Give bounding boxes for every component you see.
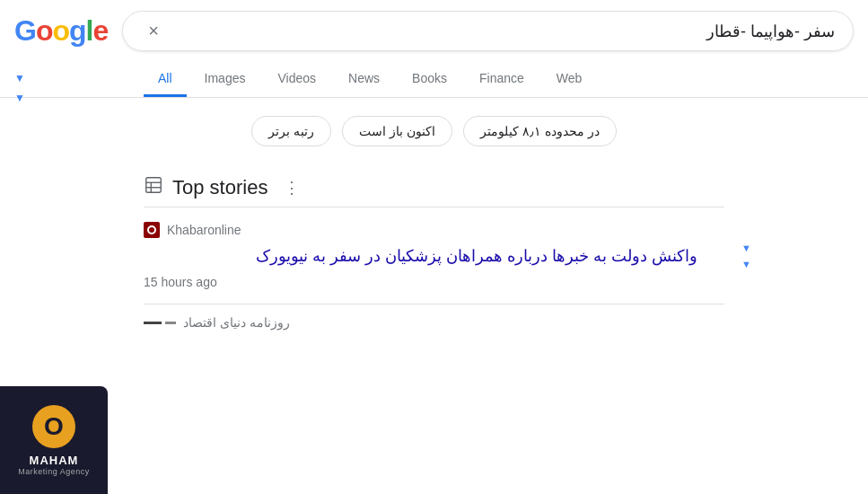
side-arrows: ▼ ▼ [14,72,25,104]
chip-distance[interactable]: در محدوده ۸٫۱ کیلومتر [463,116,617,146]
nav-tabs: All Images Videos News Books Finance Web [0,62,868,98]
story-item-2: روزنامه دنیای اقتصاد ‏ [144,304,724,356]
svg-rect-0 [146,178,162,193]
expand-arrow-2[interactable]: ▼ [741,259,751,269]
google-logo: Google [14,14,108,48]
section-header: Top stories ⋮ [144,161,724,207]
roznameh-logo [144,322,176,324]
watermark-brand: MAHAM [30,454,79,467]
tab-all[interactable]: All [144,62,187,97]
source-name-1: Khabaronline [167,223,241,237]
story-source-2: روزنامه دنیای اقتصاد [144,315,724,330]
search-bar: × [122,11,854,51]
tab-books[interactable]: Books [398,62,461,97]
source-name-2: روزنامه دنیای اقتصاد [183,315,290,330]
tab-images[interactable]: Images [190,62,260,97]
newspaper-icon [144,175,163,199]
side-arrow-1[interactable]: ▼ [14,72,25,84]
tab-finance[interactable]: Finance [465,62,539,97]
watermark-sub: Marketing Agency [18,467,90,476]
story-time-1: 15 hours ago [144,275,724,289]
watermark: O MAHAM Marketing Agency [0,386,108,494]
watermark-icon: O [44,412,64,441]
tab-videos[interactable]: Videos [263,62,330,97]
story-expand-arrows: ▼ ▼ [741,243,751,269]
khabaronline-icon [144,222,160,238]
chip-open-now[interactable]: اکنون باز است [342,116,452,146]
section-menu-icon[interactable]: ⋮ [284,178,300,198]
story-item-1: Khabaronline واکنش دولت به خبرها درباره … [144,207,724,304]
search-input[interactable] [159,22,835,40]
tab-news[interactable]: News [334,62,394,97]
header: Google × [0,0,868,62]
filter-chips: در محدوده ۸٫۱ کیلومتر اکنون باز است رتبه… [0,98,868,161]
watermark-circle: O [32,405,75,448]
story-title-1[interactable]: واکنش دولت به خبرها درباره همراهان پزشکی… [144,245,724,268]
story-title-2[interactable]: ‏ [144,337,724,352]
chip-top-rated[interactable]: رتبه برتر [251,116,331,146]
main-content: Top stories ⋮ Khabaronline واکنش دولت به… [0,161,868,356]
side-arrow-2[interactable]: ▼ [14,92,25,104]
story-source-1: Khabaronline [144,222,724,238]
tab-web[interactable]: Web [542,62,597,97]
section-title: Top stories [172,176,267,199]
expand-arrow-1[interactable]: ▼ [741,243,751,253]
clear-icon[interactable]: × [148,21,159,41]
